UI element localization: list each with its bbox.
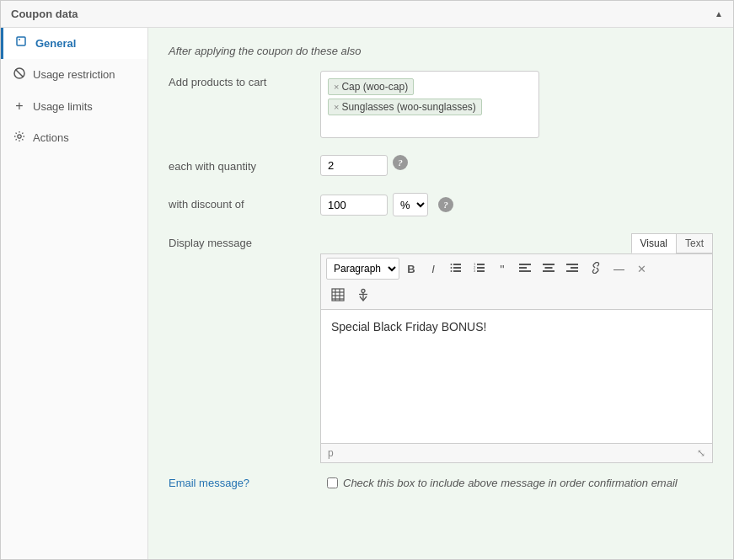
email-message-row: Email message? Check this box to include…: [169, 477, 713, 489]
product-tag-sunglasses-label: Sunglasses (woo-sunglasses): [341, 101, 475, 113]
svg-text:3: 3: [474, 269, 476, 273]
collapse-arrow-icon[interactable]: ▲: [715, 9, 723, 19]
discount-row: with discount of % $ ?: [169, 193, 713, 216]
format-select[interactable]: Paragraph Heading 1 Heading 2: [326, 258, 399, 280]
svg-rect-17: [519, 264, 531, 265]
tab-visual[interactable]: Visual: [631, 233, 676, 253]
svg-rect-18: [519, 267, 527, 269]
discount-label: with discount of: [169, 193, 320, 211]
svg-rect-22: [543, 270, 555, 272]
svg-point-10: [451, 270, 453, 272]
align-right-button[interactable]: [561, 259, 583, 279]
display-message-label: Display message: [169, 233, 320, 249]
remove-sunglasses-icon[interactable]: ×: [334, 102, 339, 112]
align-center-button[interactable]: [538, 259, 560, 279]
svg-rect-13: [477, 270, 485, 272]
quantity-label: each with quantity: [169, 155, 320, 173]
svg-rect-5: [453, 264, 461, 265]
product-tag-sunglasses[interactable]: × Sunglasses (woo-sunglasses): [328, 99, 482, 115]
editor-toolbar-row1: Paragraph Heading 1 Heading 2 B I 123: [320, 253, 713, 283]
svg-point-4: [18, 135, 21, 138]
anchor-button[interactable]: [351, 285, 375, 307]
unordered-list-button[interactable]: [445, 259, 467, 279]
svg-rect-0: [17, 37, 25, 45]
visual-text-tabs: Visual Text: [320, 233, 713, 253]
sidebar: General Usage restriction + Usage limits: [1, 28, 148, 559]
svg-rect-6: [453, 267, 461, 269]
align-left-button[interactable]: [514, 259, 536, 279]
window-title: Coupon data: [11, 8, 78, 20]
remove-format-button[interactable]: ✕: [631, 260, 651, 278]
add-products-label: Add products to cart: [169, 71, 320, 88]
svg-rect-11: [477, 264, 485, 265]
sidebar-item-general[interactable]: General: [1, 28, 147, 59]
tag-icon: [15, 36, 29, 51]
hr-button[interactable]: —: [608, 260, 630, 278]
blockquote-button[interactable]: ": [492, 259, 512, 279]
discount-type-select[interactable]: % $: [393, 193, 428, 216]
email-message-checkbox-text: Check this box to include above message …: [343, 477, 678, 489]
discount-value-input[interactable]: [320, 195, 388, 216]
svg-rect-25: [566, 270, 578, 272]
section-title: After applying the coupon do these also: [169, 45, 713, 57]
discount-input-group: % $ ?: [320, 193, 453, 216]
product-tag-cap[interactable]: × Cap (woo-cap): [328, 78, 414, 95]
svg-point-9: [451, 267, 453, 269]
email-message-checkbox-label[interactable]: Check this box to include above message …: [327, 477, 678, 489]
editor-toolbar-row2: [320, 283, 713, 309]
sidebar-item-usage-restriction-label: Usage restriction: [33, 68, 115, 81]
bold-button[interactable]: B: [401, 260, 421, 278]
editor-tag-indicator: p: [328, 447, 334, 459]
gear-icon: [13, 131, 26, 145]
svg-rect-21: [545, 267, 553, 269]
editor-footer: p ⤡: [320, 444, 713, 463]
ordered-list-button[interactable]: 123: [469, 259, 490, 279]
product-tag-cap-label: Cap (woo-cap): [341, 81, 408, 93]
sidebar-item-actions-label: Actions: [33, 131, 69, 144]
display-message-section: Display message Visual Text Paragraph He…: [169, 233, 713, 489]
sidebar-item-general-label: General: [35, 37, 76, 50]
editor-body[interactable]: Special Black Friday BONUS!: [320, 309, 713, 444]
editor-wrapper: Visual Text Paragraph Heading 1 Heading …: [320, 233, 713, 463]
svg-rect-19: [519, 270, 531, 272]
sidebar-item-usage-limits[interactable]: + Usage limits: [1, 90, 147, 122]
link-button[interactable]: [585, 259, 607, 279]
svg-rect-12: [477, 267, 485, 269]
svg-point-32: [362, 290, 365, 293]
tab-text[interactable]: Text: [676, 233, 713, 253]
svg-rect-7: [453, 270, 461, 272]
restriction-icon: [13, 67, 26, 82]
svg-rect-24: [571, 267, 578, 269]
remove-cap-icon[interactable]: ×: [334, 82, 339, 92]
discount-help-icon[interactable]: ?: [438, 197, 453, 212]
editor-content: Special Black Friday BONUS!: [331, 320, 702, 333]
sidebar-item-usage-restriction[interactable]: Usage restriction: [1, 59, 147, 90]
quantity-input[interactable]: [320, 155, 388, 176]
email-message-checkbox[interactable]: [327, 477, 338, 488]
display-message-row: Display message Visual Text Paragraph He…: [169, 233, 713, 463]
content-area: After applying the coupon do these also …: [148, 28, 733, 559]
resize-handle-icon: ⤡: [697, 447, 705, 459]
products-tag-input[interactable]: × Cap (woo-cap) × Sunglasses (woo-sungla…: [320, 71, 539, 138]
table-button[interactable]: [326, 285, 350, 307]
email-message-label: Email message?: [169, 477, 320, 489]
sidebar-item-actions[interactable]: Actions: [1, 122, 147, 153]
title-bar: Coupon data ▲: [1, 1, 733, 28]
quantity-help-icon[interactable]: ?: [393, 155, 408, 170]
plus-icon: +: [13, 99, 26, 114]
add-products-row: Add products to cart × Cap (woo-cap) × S…: [169, 71, 713, 138]
svg-rect-20: [543, 264, 555, 265]
quantity-row: each with quantity ?: [169, 155, 713, 176]
svg-rect-23: [566, 264, 578, 265]
svg-line-3: [16, 70, 24, 77]
svg-point-8: [451, 264, 453, 265]
italic-button[interactable]: I: [423, 260, 443, 278]
sidebar-item-usage-limits-label: Usage limits: [33, 100, 93, 113]
